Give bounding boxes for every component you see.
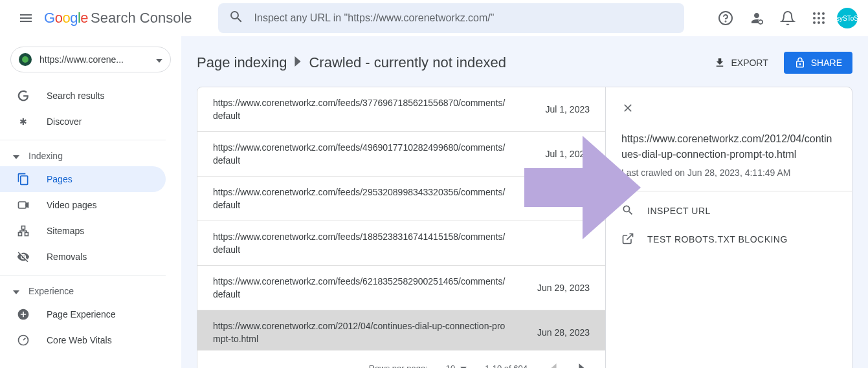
- divider: [606, 191, 852, 191]
- rows-per-page-label: Rows per page:: [369, 363, 428, 368]
- property-url: https://www.corene...: [39, 54, 156, 65]
- nav-label: Page Experience: [47, 309, 116, 319]
- breadcrumb-row: Page indexing Crawled - currently not in…: [181, 52, 868, 87]
- nav-label: Sitemaps: [47, 226, 84, 236]
- main-content: Page indexing Crawled - currently not in…: [181, 36, 868, 368]
- search-icon: [621, 204, 634, 219]
- nav-label: Search results: [47, 91, 104, 101]
- inspect-url-button[interactable]: INSPECT URL: [621, 197, 836, 225]
- header-actions: sySToS: [713, 5, 858, 31]
- divider: [0, 275, 166, 276]
- chevron-right-icon: [295, 56, 301, 69]
- breadcrumb-current: Crawled - currently not indexed: [309, 54, 506, 71]
- apps-button[interactable]: [806, 5, 832, 31]
- svg-rect-14: [19, 233, 22, 236]
- breadcrumb-parent[interactable]: Page indexing: [197, 54, 287, 71]
- action-label: INSPECT URL: [647, 206, 711, 216]
- property-selector[interactable]: https://www.corene...: [10, 47, 171, 72]
- breadcrumb-actions: EXPORT SHARE: [709, 52, 852, 74]
- video-icon: [16, 199, 31, 211]
- users-settings-button[interactable]: [744, 5, 770, 31]
- plus-circle-icon: [16, 308, 31, 321]
- google-g-icon: [16, 89, 31, 102]
- nav-sitemaps[interactable]: Sitemaps: [0, 218, 166, 244]
- table-scroll[interactable]: https://www.corenetworkz.com/feeds/37769…: [197, 87, 605, 350]
- sidebar: https://www.corene... Search results ✱ D…: [0, 36, 181, 368]
- nav-label: Core Web Vitals: [47, 335, 112, 345]
- svg-rect-13: [22, 226, 25, 230]
- svg-point-4: [818, 12, 820, 15]
- date-cell: Jun 28, 2023: [525, 327, 590, 338]
- chevron-down-icon: [156, 54, 162, 65]
- next-page-button[interactable]: [569, 356, 595, 369]
- nav-core-web-vitals[interactable]: Core Web Vitals: [0, 327, 166, 353]
- detail-panel: https://www.corenetworkz.com/2012/04/con…: [606, 87, 852, 368]
- rows-per-page-select[interactable]: 10: [446, 363, 467, 368]
- logo[interactable]: Google Search Console: [44, 10, 192, 27]
- svg-point-7: [818, 17, 820, 19]
- table-row[interactable]: https://www.corenetworkz.com/feeds/29532…: [197, 176, 605, 221]
- nav-label: Video pages: [47, 200, 97, 210]
- url-cell: https://www.corenetworkz.com/feeds/18852…: [213, 230, 525, 256]
- share-label: SHARE: [811, 58, 842, 68]
- section-indexing[interactable]: Indexing: [0, 146, 181, 166]
- svg-point-2: [759, 20, 762, 24]
- table-row[interactable]: https://www.corenetworkz.com/2012/04/con…: [197, 310, 605, 350]
- detail-url: https://www.corenetworkz.com/2012/04/con…: [621, 131, 836, 162]
- account-avatar[interactable]: sySToS: [837, 8, 858, 28]
- google-logo: Google: [44, 10, 88, 27]
- url-cell: https://www.corenetworkz.com/feeds/29532…: [213, 186, 525, 211]
- section-label: Experience: [28, 286, 74, 296]
- section-label: Indexing: [28, 151, 63, 161]
- close-button[interactable]: [621, 98, 642, 118]
- svg-rect-12: [19, 202, 27, 208]
- svg-point-5: [822, 12, 825, 15]
- table-row[interactable]: https://www.corenetworkz.com/feeds/18852…: [197, 221, 605, 265]
- svg-point-3: [813, 12, 816, 15]
- url-inspect-search[interactable]: Inspect any URL in "https://www.corenetw…: [218, 3, 684, 33]
- open-in-new-icon: [621, 232, 634, 247]
- date-cell: Jun 29, 2023: [525, 283, 590, 293]
- nav-video-pages[interactable]: Video pages: [0, 192, 166, 218]
- test-robots-button[interactable]: TEST ROBOTS.TXT BLOCKING: [621, 225, 836, 254]
- notifications-button[interactable]: [775, 5, 801, 31]
- svg-point-11: [822, 21, 825, 24]
- nav-pages[interactable]: Pages: [0, 166, 166, 192]
- pages-icon: [16, 173, 31, 186]
- visibility-off-icon: [16, 250, 31, 263]
- menu-button[interactable]: [10, 3, 41, 34]
- content-card: https://www.corenetworkz.com/feeds/37769…: [197, 87, 852, 368]
- action-label: TEST ROBOTS.TXT BLOCKING: [647, 234, 788, 244]
- svg-point-1: [726, 21, 726, 22]
- export-button[interactable]: EXPORT: [709, 52, 773, 74]
- url-cell: https://www.corenetworkz.com/2012/04/con…: [213, 319, 525, 345]
- nav-removals[interactable]: Removals: [0, 244, 166, 270]
- table-row[interactable]: https://www.corenetworkz.com/feeds/62183…: [197, 265, 605, 310]
- search-icon: [228, 9, 244, 27]
- property-favicon: [19, 53, 32, 66]
- svg-point-8: [822, 17, 825, 19]
- svg-point-6: [813, 17, 816, 19]
- pagination: Rows per page: 10 1-10 of 604: [197, 350, 605, 368]
- divider: [0, 140, 166, 140]
- nav-search-results[interactable]: Search results: [0, 83, 166, 109]
- date-cell: Jul 1, 2023: [525, 149, 590, 159]
- table-row[interactable]: https://www.corenetworkz.com/feeds/37769…: [197, 87, 605, 131]
- table-row[interactable]: https://www.corenetworkz.com/feeds/49690…: [197, 131, 605, 176]
- prev-page-button[interactable]: [540, 356, 566, 369]
- url-cell: https://www.corenetworkz.com/feeds/49690…: [213, 141, 525, 167]
- sparkle-icon: ✱: [16, 116, 31, 127]
- nav-page-experience[interactable]: Page Experience: [0, 301, 166, 327]
- url-cell: https://www.corenetworkz.com/feeds/62183…: [213, 275, 525, 301]
- nav-label: Discover: [47, 116, 82, 127]
- svg-rect-15: [25, 233, 28, 236]
- section-experience[interactable]: Experience: [0, 281, 181, 301]
- svg-point-10: [818, 21, 820, 24]
- app-header: Google Search Console Inspect any URL in…: [0, 0, 868, 36]
- share-button[interactable]: SHARE: [784, 52, 852, 74]
- help-button[interactable]: [713, 5, 739, 31]
- nav-discover[interactable]: ✱ Discover: [0, 109, 166, 135]
- svg-point-9: [813, 21, 816, 24]
- export-label: EXPORT: [731, 58, 768, 68]
- sitemap-icon: [16, 224, 31, 237]
